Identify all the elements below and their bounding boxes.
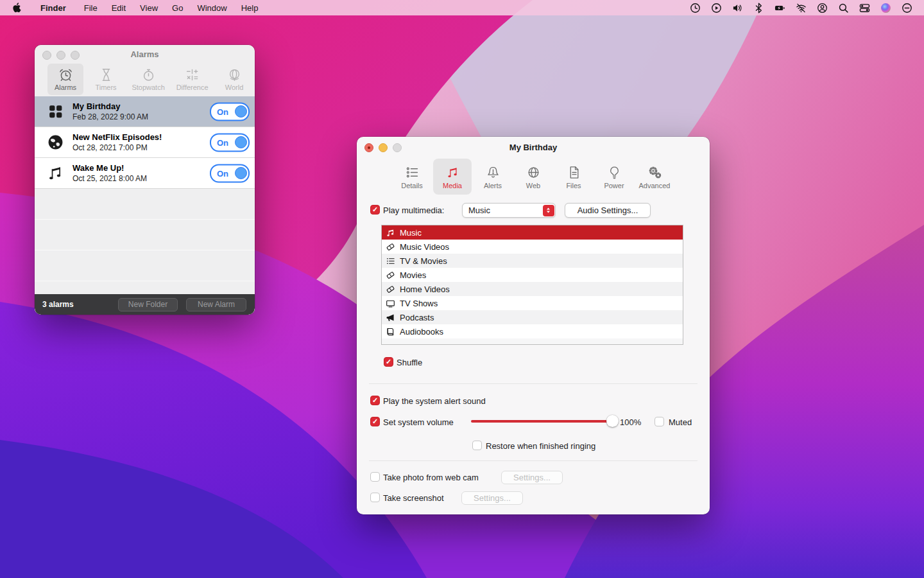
volume-slider-knob[interactable] [606,415,619,427]
toolbar-item-difference[interactable]: Difference [173,64,212,95]
stopwatch-icon [141,67,156,82]
media-type-label: Movies [400,270,426,280]
toolbar-item-timers[interactable]: Timers [88,64,124,95]
webcam-photo-checkbox[interactable] [370,472,380,482]
new-alarm-button[interactable]: New Alarm [186,298,246,311]
menu-view[interactable]: View [133,0,165,15]
alarm-texts: Wake Me Up!Oct 25, 2021 8:00 AM [73,163,147,183]
chevron-updown-icon [545,207,552,214]
menu-bar-menus: Finder FileEditViewGoWindowHelp [0,0,265,15]
alert-sound-label: Play the system alert sound [383,396,486,406]
menu-edit[interactable]: Edit [105,0,133,15]
menu-go[interactable]: Go [165,0,190,15]
alarm-list-item[interactable]: Wake Me Up!Oct 25, 2021 8:00 AMOn [35,158,255,189]
empty-list-row [35,189,255,220]
hourglass-icon [99,67,114,82]
alarm-enabled-toggle[interactable]: On [210,102,250,121]
minus-circle-icon[interactable] [902,3,912,13]
toolbar-item-label: Difference [176,83,209,91]
menu-help[interactable]: Help [234,0,266,15]
media-type-row[interactable]: Home Videos [382,282,683,296]
toolbar-item-label: Timers [95,83,116,91]
alarm-texts: New NetFlix Episodes!Oct 28, 2021 7:00 P… [73,132,162,152]
media-type-label: Podcasts [400,313,434,322]
toolbar-item-stopwatch[interactable]: Stopwatch [128,64,168,95]
media-type-row[interactable]: Music Videos [382,240,683,254]
wifi-off-icon[interactable] [796,3,807,13]
alarm-datetime: Oct 28, 2021 7:00 PM [73,143,162,152]
toggle-state-label: On [217,168,228,178]
play-multimedia-label: Play multimedia: [383,206,444,215]
toolbar-item-world[interactable]: World [216,64,252,95]
alarm-texts: My BirthdayFeb 28, 2022 9:00 AM [73,101,148,121]
media-type-label: Music Videos [400,242,449,252]
muted-checkbox[interactable] [654,417,664,426]
alarms-status-bar: 3 alarms New Folder New Alarm [35,294,255,315]
media-type-value: Music [468,206,543,215]
alarm-name: Wake Me Up! [73,163,147,173]
alarm-count-label: 3 alarms [42,300,74,309]
alarm-enabled-toggle[interactable]: On [210,133,250,152]
system-volume-label: Set system volume [383,417,454,427]
media-type-select[interactable]: Music [462,203,556,218]
user-circle-icon[interactable] [817,3,828,13]
volume-slider-track[interactable] [471,420,612,423]
divider [369,383,697,384]
alarm-name: New NetFlix Episodes! [73,132,162,142]
menu-app-name[interactable]: Finder [33,0,73,15]
screenshot-label: Take screenshot [383,493,444,503]
media-type-row[interactable]: TV & Movies [382,254,683,268]
empty-list-row [35,220,255,250]
list-small-icon [386,256,395,266]
ticket-icon [386,242,395,252]
book-icon [386,327,395,337]
audio-settings-button[interactable]: Audio Settings... [565,203,651,218]
webcam-settings-button[interactable]: Settings... [501,471,563,484]
play-multimedia-checkbox[interactable]: ✓ [370,205,380,215]
menu-bar-status-icons [685,0,924,15]
toggle-knob [235,136,247,148]
search-icon[interactable] [838,3,849,13]
restore-label: Restore when finished ringing [486,441,595,451]
media-type-row[interactable]: Movies [382,268,683,282]
divider [369,460,697,461]
ticket-icon [386,270,395,280]
clock-icon[interactable] [690,3,701,13]
bluetooth-icon[interactable] [753,3,764,13]
alarm-datetime: Feb 28, 2022 9:00 AM [73,112,148,121]
volume-percent-label: 100% [620,417,641,427]
alarms-window: Alarms AlarmsTimersStopwatchDifferenceWo… [35,45,255,315]
tv-icon [386,299,395,308]
empty-list-row [35,250,255,281]
media-type-row[interactable]: Audiobooks [382,324,683,338]
toolbar-item-label: Stopwatch [132,83,164,91]
menu-window[interactable]: Window [190,0,234,15]
alarm-list-item[interactable]: My BirthdayFeb 28, 2022 9:00 AMOn [35,96,255,127]
play-circle-icon[interactable] [711,3,722,13]
control-center-icon[interactable] [859,3,870,13]
apple-menu-icon[interactable] [12,3,22,13]
media-type-row[interactable]: TV Shows [382,296,683,310]
alarm-list-item[interactable]: New NetFlix Episodes!Oct 28, 2021 7:00 P… [35,127,255,158]
alarm-enabled-toggle[interactable]: On [210,164,250,182]
screenshot-checkbox[interactable] [370,493,380,502]
volume-icon[interactable] [732,3,743,13]
alarm-clock-icon [58,67,73,82]
new-folder-button[interactable]: New Folder [118,298,178,311]
ticket-icon [386,285,395,294]
battery-charging-icon[interactable] [774,3,785,13]
grid-icon [47,103,64,120]
toggle-state-label: On [217,107,228,116]
menu-file[interactable]: File [77,0,105,15]
restore-checkbox[interactable] [472,441,482,450]
media-type-row[interactable]: Music [382,225,683,240]
screenshot-settings-button[interactable]: Settings... [461,491,523,505]
toggle-state-label: On [217,137,228,147]
media-type-row[interactable]: Podcasts [382,310,683,324]
alert-sound-checkbox[interactable]: ✓ [370,396,380,405]
system-volume-checkbox[interactable]: ✓ [370,417,380,426]
toolbar-item-alarms[interactable]: Alarms [47,64,83,95]
siri-icon[interactable] [880,3,891,13]
select-stepper [543,205,554,216]
shuffle-checkbox[interactable]: ✓ [384,357,393,367]
